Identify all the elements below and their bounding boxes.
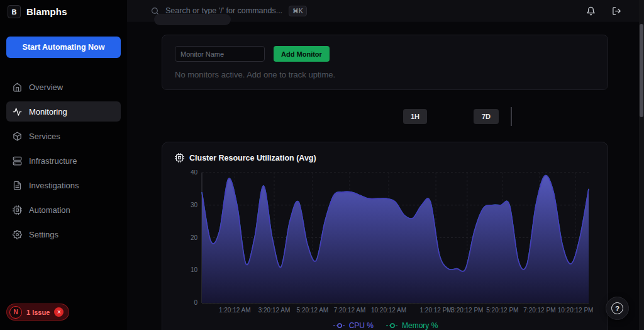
chart-title: Cluster Resource Utilization (Avg) — [189, 154, 316, 162]
range-7d-button[interactable]: 7D — [474, 109, 499, 124]
legend-label: Memory % — [402, 321, 438, 330]
sidebar-item-label: Monitoring — [29, 107, 67, 117]
sidebar-nav: Overview Monitoring Services Infrastruct… — [6, 77, 121, 244]
cpu-icon — [13, 205, 22, 215]
issue-badge[interactable]: N 1 Issue × — [6, 304, 69, 321]
svg-text:0: 0 — [194, 299, 197, 306]
add-monitor-button[interactable]: Add Monitor — [274, 46, 330, 62]
help-button[interactable]: ? — [606, 297, 629, 320]
legend-marker-icon — [333, 322, 346, 329]
chart-card: Cluster Resource Utilization (Avg) 01020… — [162, 142, 608, 330]
sidebar-item-monitoring[interactable]: Monitoring — [6, 101, 121, 122]
svg-text:40: 40 — [191, 170, 198, 176]
svg-text:7:20:12 AM: 7:20:12 AM — [334, 307, 366, 314]
sidebar-item-automation[interactable]: Automation — [6, 200, 121, 220]
monitor-name-input[interactable] — [175, 46, 265, 62]
sidebar-item-label: Infrastructure — [29, 156, 77, 166]
legend-label: CPU % — [349, 321, 374, 330]
file-text-icon — [13, 181, 22, 190]
start-automating-button[interactable]: Start Automating Now — [6, 37, 121, 58]
monitors-empty-message: No monitors active. Add one to track upt… — [175, 70, 335, 79]
svg-text:20: 20 — [191, 234, 198, 241]
svg-text:1:20:12 PM: 1:20:12 PM — [419, 307, 452, 314]
resource-utilization-chart: 0102030401:20:12 AM3:20:12 AM5:20:12 AM7… — [179, 170, 594, 316]
sidebar-item-infrastructure[interactable]: Infrastructure — [6, 151, 121, 171]
svg-text:3:20:12 PM: 3:20:12 PM — [451, 307, 483, 314]
cpu-icon — [175, 153, 184, 162]
issue-close-icon[interactable]: × — [54, 307, 64, 317]
issue-count-label: 1 Issue — [26, 309, 50, 316]
legend-item: Memory % — [386, 321, 438, 330]
question-mark-icon: ? — [611, 302, 623, 314]
sidebar-item-label: Services — [29, 132, 60, 141]
shortcut-badge: ⌘K — [289, 6, 307, 16]
chart-header: Cluster Resource Utilization (Avg) — [175, 153, 316, 162]
sidebar-item-services[interactable]: Services — [6, 126, 121, 146]
scrollbar-thumb[interactable] — [640, 24, 643, 117]
scrolled-heading-remnant — [154, 14, 231, 25]
issue-logo-icon: N — [9, 306, 22, 319]
box-icon — [13, 132, 22, 141]
sidebar-item-settings[interactable]: Settings — [6, 224, 121, 244]
brand-name: Blamphs — [26, 6, 67, 17]
range-1h-button[interactable]: 1H — [403, 109, 427, 124]
sidebar-item-investigations[interactable]: Investigations — [6, 175, 121, 195]
svg-text:5:20:12 AM: 5:20:12 AM — [297, 307, 329, 314]
svg-text:3:20:12 AM: 3:20:12 AM — [258, 307, 291, 314]
svg-text:10:20:12 AM: 10:20:12 AM — [371, 307, 406, 314]
svg-text:5:20:12 PM: 5:20:12 PM — [486, 307, 518, 314]
home-icon — [13, 82, 22, 92]
brand: B Blamphs — [8, 5, 67, 18]
topbar-actions — [586, 0, 621, 21]
monitor-card: Add Monitor No monitors active. Add one … — [162, 35, 608, 90]
activity-icon — [13, 107, 22, 117]
sidebar-item-label: Overview — [29, 82, 63, 92]
sidebar-item-overview[interactable]: Overview — [6, 77, 121, 97]
sidebar-item-label: Investigations — [29, 181, 79, 190]
chart-legend: CPU %Memory % — [162, 321, 609, 330]
legend-marker-icon — [386, 322, 399, 329]
brand-logo-icon: B — [8, 5, 21, 18]
server-icon — [13, 156, 22, 166]
svg-text:10:20:12 PM: 10:20:12 PM — [558, 307, 594, 314]
svg-text:30: 30 — [191, 202, 198, 208]
logout-icon[interactable] — [612, 6, 621, 16]
svg-text:10: 10 — [191, 266, 198, 273]
range-divider — [511, 107, 512, 126]
sidebar-item-label: Automation — [29, 205, 70, 215]
bell-icon[interactable] — [586, 6, 596, 16]
gear-icon — [13, 230, 22, 239]
sidebar-item-label: Settings — [29, 230, 58, 239]
sidebar: B Blamphs Start Automating Now Overview … — [0, 0, 127, 330]
legend-item: CPU % — [333, 321, 374, 330]
svg-text:7:20:12 PM: 7:20:12 PM — [523, 307, 555, 314]
svg-text:1:20:12 AM: 1:20:12 AM — [219, 307, 251, 314]
scrollbar-track[interactable] — [639, 0, 644, 330]
